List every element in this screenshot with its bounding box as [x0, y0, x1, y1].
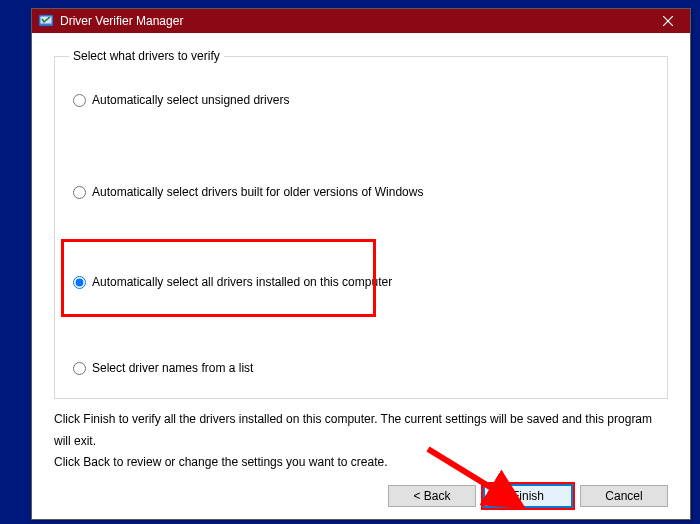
radio-list-input[interactable]: [73, 362, 86, 375]
radio-older-label[interactable]: Automatically select drivers built for o…: [92, 185, 423, 199]
radio-option-from-list[interactable]: Select driver names from a list: [73, 361, 253, 375]
finish-button[interactable]: Finish: [484, 485, 572, 507]
dialog-window: Driver Verifier Manager Select what driv…: [31, 8, 691, 520]
app-icon: [38, 13, 54, 29]
cancel-button[interactable]: Cancel: [580, 485, 668, 507]
driver-selection-group: Select what drivers to verify Automatica…: [54, 49, 668, 399]
window-title: Driver Verifier Manager: [60, 14, 646, 28]
radio-option-older-windows[interactable]: Automatically select drivers built for o…: [73, 185, 423, 199]
radio-older-input[interactable]: [73, 186, 86, 199]
titlebar: Driver Verifier Manager: [32, 9, 690, 33]
description-line-2: Click Back to review or change the setti…: [54, 452, 668, 474]
radio-list-label[interactable]: Select driver names from a list: [92, 361, 253, 375]
dialog-body: Select what drivers to verify Automatica…: [32, 33, 690, 519]
group-legend: Select what drivers to verify: [69, 49, 224, 63]
radio-unsigned-input[interactable]: [73, 94, 86, 107]
radio-option-all-drivers[interactable]: Automatically select all drivers install…: [73, 275, 392, 289]
radio-all-label[interactable]: Automatically select all drivers install…: [92, 275, 392, 289]
close-icon: [663, 16, 673, 26]
radio-unsigned-label[interactable]: Automatically select unsigned drivers: [92, 93, 289, 107]
description-line-1: Click Finish to verify all the drivers i…: [54, 409, 668, 452]
radio-option-unsigned[interactable]: Automatically select unsigned drivers: [73, 93, 289, 107]
radio-all-input[interactable]: [73, 276, 86, 289]
description-text: Click Finish to verify all the drivers i…: [54, 409, 668, 474]
close-button[interactable]: [646, 9, 690, 33]
back-button[interactable]: < Back: [388, 485, 476, 507]
button-row: < Back Finish Cancel: [388, 485, 668, 507]
